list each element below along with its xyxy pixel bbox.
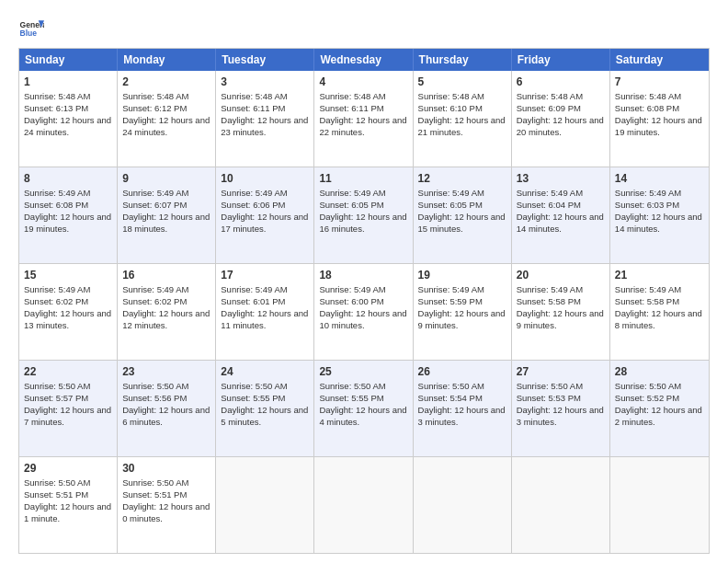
daylight-text: Daylight: 12 hours and 3 minutes. — [517, 405, 605, 429]
day-number: 29 — [24, 461, 112, 476]
calendar-cell — [512, 457, 610, 553]
day-number: 26 — [418, 364, 506, 379]
day-number: 28 — [615, 364, 704, 379]
day-number: 10 — [221, 171, 309, 186]
sunrise-text: Sunrise: 5:49 AM — [615, 188, 704, 200]
day-number: 9 — [122, 171, 210, 186]
sunset-text: Sunset: 5:58 PM — [517, 296, 605, 308]
daylight-text: Daylight: 12 hours and 18 minutes. — [122, 212, 210, 236]
sunset-text: Sunset: 6:12 PM — [122, 103, 210, 115]
calendar-cell — [610, 457, 709, 553]
calendar: SundayMondayTuesdayWednesdayThursdayFrid… — [18, 48, 710, 554]
calendar-cell: 16Sunrise: 5:49 AMSunset: 6:02 PMDayligh… — [118, 264, 216, 360]
day-number: 11 — [319, 171, 407, 186]
daylight-text: Daylight: 12 hours and 24 minutes. — [24, 115, 112, 139]
calendar-cell: 3Sunrise: 5:48 AMSunset: 6:11 PMDaylight… — [216, 71, 314, 167]
sunrise-text: Sunrise: 5:50 AM — [122, 477, 210, 489]
calendar-cell: 17Sunrise: 5:49 AMSunset: 6:01 PMDayligh… — [216, 264, 314, 360]
calendar-cell: 6Sunrise: 5:48 AMSunset: 6:09 PMDaylight… — [512, 71, 610, 167]
calendar-cell — [414, 457, 512, 553]
daylight-text: Daylight: 12 hours and 5 minutes. — [221, 405, 309, 429]
daylight-text: Daylight: 12 hours and 6 minutes. — [122, 405, 210, 429]
calendar-cell: 24Sunrise: 5:50 AMSunset: 5:55 PMDayligh… — [216, 361, 314, 456]
calendar-cell: 14Sunrise: 5:49 AMSunset: 6:03 PMDayligh… — [610, 167, 709, 263]
sunset-text: Sunset: 6:08 PM — [24, 200, 112, 212]
sunset-text: Sunset: 6:04 PM — [517, 200, 605, 212]
sunrise-text: Sunrise: 5:48 AM — [24, 91, 112, 103]
day-number: 23 — [122, 364, 210, 379]
calendar-cell: 9Sunrise: 5:49 AMSunset: 6:07 PMDaylight… — [118, 167, 216, 263]
sunrise-text: Sunrise: 5:50 AM — [418, 381, 506, 393]
day-number: 30 — [122, 461, 210, 476]
calendar-cell: 12Sunrise: 5:49 AMSunset: 6:05 PMDayligh… — [414, 167, 512, 263]
header-day-friday: Friday — [512, 49, 610, 71]
sunrise-text: Sunrise: 5:49 AM — [221, 284, 309, 296]
calendar-cell: 19Sunrise: 5:49 AMSunset: 5:59 PMDayligh… — [414, 264, 512, 360]
sunrise-text: Sunrise: 5:50 AM — [24, 381, 112, 393]
sunset-text: Sunset: 5:52 PM — [615, 393, 704, 405]
sunset-text: Sunset: 6:02 PM — [24, 296, 112, 308]
day-number: 22 — [24, 364, 112, 379]
header-day-thursday: Thursday — [414, 49, 512, 71]
sunrise-text: Sunrise: 5:49 AM — [122, 284, 210, 296]
sunrise-text: Sunrise: 5:49 AM — [615, 284, 704, 296]
calendar-cell: 1Sunrise: 5:48 AMSunset: 6:13 PMDaylight… — [19, 71, 118, 167]
header-day-saturday: Saturday — [610, 49, 709, 71]
day-number: 20 — [517, 268, 605, 282]
daylight-text: Daylight: 12 hours and 4 minutes. — [319, 405, 407, 429]
daylight-text: Daylight: 12 hours and 12 minutes. — [122, 308, 210, 332]
calendar-cell: 18Sunrise: 5:49 AMSunset: 6:00 PMDayligh… — [314, 264, 413, 360]
sunset-text: Sunset: 5:51 PM — [24, 489, 112, 501]
calendar-cell: 2Sunrise: 5:48 AMSunset: 6:12 PMDaylight… — [118, 71, 216, 167]
daylight-text: Daylight: 12 hours and 19 minutes. — [615, 115, 704, 139]
daylight-text: Daylight: 12 hours and 23 minutes. — [221, 115, 309, 139]
sunrise-text: Sunrise: 5:49 AM — [221, 188, 309, 200]
day-number: 5 — [418, 75, 506, 89]
sunset-text: Sunset: 6:05 PM — [418, 200, 506, 212]
sunrise-text: Sunrise: 5:48 AM — [122, 91, 210, 103]
daylight-text: Daylight: 12 hours and 0 minutes. — [122, 501, 210, 525]
calendar-cell: 27Sunrise: 5:50 AMSunset: 5:53 PMDayligh… — [512, 361, 610, 456]
sunrise-text: Sunrise: 5:49 AM — [418, 188, 506, 200]
calendar-cell: 10Sunrise: 5:49 AMSunset: 6:06 PMDayligh… — [216, 167, 314, 263]
daylight-text: Daylight: 12 hours and 2 minutes. — [615, 405, 704, 429]
sunrise-text: Sunrise: 5:50 AM — [517, 381, 605, 393]
daylight-text: Daylight: 12 hours and 20 minutes. — [517, 115, 605, 139]
daylight-text: Daylight: 12 hours and 7 minutes. — [24, 405, 112, 429]
generalblue-logo-icon: General Blue — [18, 15, 44, 40]
calendar-cell — [216, 457, 314, 553]
calendar-row-1: 1Sunrise: 5:48 AMSunset: 6:13 PMDaylight… — [19, 71, 709, 167]
sunset-text: Sunset: 6:02 PM — [122, 296, 210, 308]
daylight-text: Daylight: 12 hours and 17 minutes. — [221, 212, 309, 236]
calendar-row-3: 15Sunrise: 5:49 AMSunset: 6:02 PMDayligh… — [19, 263, 709, 360]
daylight-text: Daylight: 12 hours and 9 minutes. — [418, 308, 506, 332]
daylight-text: Daylight: 12 hours and 9 minutes. — [517, 308, 605, 332]
day-number: 25 — [319, 364, 407, 379]
calendar-cell: 23Sunrise: 5:50 AMSunset: 5:56 PMDayligh… — [118, 361, 216, 456]
sunset-text: Sunset: 6:09 PM — [517, 103, 605, 115]
daylight-text: Daylight: 12 hours and 10 minutes. — [319, 308, 407, 332]
sunrise-text: Sunrise: 5:49 AM — [319, 188, 407, 200]
day-number: 1 — [24, 75, 112, 89]
daylight-text: Daylight: 12 hours and 14 minutes. — [517, 212, 605, 236]
daylight-text: Daylight: 12 hours and 21 minutes. — [418, 115, 506, 139]
day-number: 8 — [24, 171, 112, 186]
sunset-text: Sunset: 6:13 PM — [24, 103, 112, 115]
sunset-text: Sunset: 5:55 PM — [319, 393, 407, 405]
calendar-cell: 21Sunrise: 5:49 AMSunset: 5:58 PMDayligh… — [610, 264, 709, 360]
calendar-cell: 8Sunrise: 5:49 AMSunset: 6:08 PMDaylight… — [19, 167, 118, 263]
calendar-cell: 15Sunrise: 5:49 AMSunset: 6:02 PMDayligh… — [19, 264, 118, 360]
day-number: 17 — [221, 268, 309, 282]
header: General Blue — [18, 15, 710, 40]
sunset-text: Sunset: 5:55 PM — [221, 393, 309, 405]
calendar-row-5: 29Sunrise: 5:50 AMSunset: 5:51 PMDayligh… — [19, 456, 709, 553]
sunrise-text: Sunrise: 5:50 AM — [122, 381, 210, 393]
sunrise-text: Sunrise: 5:50 AM — [615, 381, 704, 393]
header-day-sunday: Sunday — [19, 49, 118, 71]
day-number: 15 — [24, 268, 112, 282]
calendar-cell: 26Sunrise: 5:50 AMSunset: 5:54 PMDayligh… — [414, 361, 512, 456]
day-number: 12 — [418, 171, 506, 186]
calendar-cell: 30Sunrise: 5:50 AMSunset: 5:51 PMDayligh… — [118, 457, 216, 553]
day-number: 6 — [517, 75, 605, 89]
sunset-text: Sunset: 5:54 PM — [418, 393, 506, 405]
